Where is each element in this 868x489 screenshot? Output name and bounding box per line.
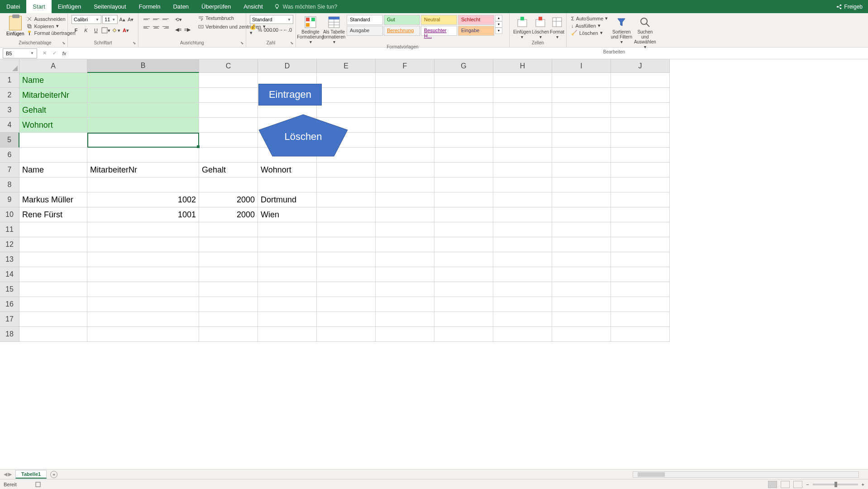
bold-button[interactable]: F: [72, 26, 81, 35]
cell[interactable]: [87, 177, 199, 192]
cell[interactable]: [317, 163, 376, 177]
zoom-slider[interactable]: [813, 484, 858, 485]
cell[interactable]: [19, 177, 87, 192]
cell[interactable]: [87, 312, 199, 327]
cell[interactable]: [87, 88, 199, 103]
find-select-button[interactable]: Suchen und Auswählen▾: [634, 15, 656, 49]
cell[interactable]: [317, 88, 376, 103]
cell[interactable]: [199, 312, 258, 327]
decrease-indent-button[interactable]: ◀≡: [174, 25, 183, 34]
cell[interactable]: [199, 148, 258, 163]
cell[interactable]: [552, 222, 611, 237]
cell[interactable]: [19, 267, 87, 282]
cell[interactable]: [317, 237, 376, 252]
row-header[interactable]: 10: [0, 207, 19, 222]
cell[interactable]: [611, 88, 670, 103]
cell[interactable]: [199, 297, 258, 312]
font-color-button[interactable]: A▾: [121, 26, 130, 35]
cell[interactable]: [434, 118, 493, 133]
spreadsheet-grid[interactable]: ABCDEFGHIJ 123456789101112131415161718 N…: [0, 59, 868, 469]
cell[interactable]: [611, 118, 670, 133]
cell[interactable]: [199, 133, 258, 148]
cell[interactable]: [87, 222, 199, 237]
decrease-decimal-button[interactable]: ←.0: [283, 25, 292, 34]
cell[interactable]: [552, 163, 611, 177]
cell[interactable]: [552, 192, 611, 207]
autosum-button[interactable]: Σ AutoSumme ▾: [570, 15, 609, 22]
row-header[interactable]: 13: [0, 252, 19, 267]
cell[interactable]: [493, 103, 552, 118]
font-name-combo[interactable]: Calibri▼: [72, 15, 101, 24]
cell[interactable]: [493, 327, 552, 342]
cell[interactable]: [434, 73, 493, 88]
page-layout-view-button[interactable]: [781, 481, 790, 488]
row-header[interactable]: 3: [0, 103, 19, 118]
cell[interactable]: [258, 252, 317, 267]
row-header[interactable]: 8: [0, 177, 19, 192]
cell[interactable]: [552, 252, 611, 267]
cell[interactable]: [434, 297, 493, 312]
cell[interactable]: [552, 73, 611, 88]
cell[interactable]: 1002: [87, 192, 199, 207]
cell[interactable]: [434, 312, 493, 327]
sheet-nav-next[interactable]: ▶: [8, 471, 12, 477]
cell[interactable]: [19, 148, 87, 163]
cell[interactable]: [493, 222, 552, 237]
cell[interactable]: [552, 148, 611, 163]
underline-button[interactable]: U: [91, 26, 100, 35]
delete-cells-button[interactable]: Löschen▾: [532, 15, 549, 39]
cell[interactable]: [493, 297, 552, 312]
cell[interactable]: [493, 252, 552, 267]
cell[interactable]: [611, 222, 670, 237]
column-header[interactable]: C: [199, 59, 258, 73]
dialog-launcher-icon[interactable]: ⬊: [239, 41, 245, 46]
cell[interactable]: [552, 118, 611, 133]
cell[interactable]: [317, 327, 376, 342]
row-header[interactable]: 7: [0, 163, 19, 177]
column-header[interactable]: D: [258, 59, 317, 73]
column-header[interactable]: E: [317, 59, 376, 73]
cancel-button[interactable]: ✕: [40, 49, 49, 58]
insert-cells-button[interactable]: Einfügen▾: [513, 15, 531, 39]
row-header[interactable]: 14: [0, 267, 19, 282]
cell[interactable]: [258, 237, 317, 252]
file-tab[interactable]: Datei: [0, 0, 26, 13]
grow-font-button[interactable]: A▴: [119, 15, 126, 24]
align-middle-button[interactable]: [152, 15, 161, 23]
font-size-combo[interactable]: 11▼: [102, 15, 118, 24]
cell[interactable]: [87, 327, 199, 342]
cell[interactable]: [376, 88, 434, 103]
align-bottom-button[interactable]: [161, 15, 170, 23]
select-all-corner[interactable]: [0, 59, 19, 73]
row-header[interactable]: 16: [0, 297, 19, 312]
cell[interactable]: [611, 103, 670, 118]
page-break-view-button[interactable]: [793, 481, 802, 488]
cell[interactable]: Rene Fürst: [19, 207, 87, 222]
cell[interactable]: [376, 237, 434, 252]
cell[interactable]: [87, 252, 199, 267]
cell[interactable]: Name: [19, 163, 87, 177]
cell[interactable]: [434, 207, 493, 222]
cell[interactable]: [611, 312, 670, 327]
format-cells-button[interactable]: Format▾: [550, 15, 564, 39]
cell[interactable]: [434, 103, 493, 118]
cell[interactable]: [19, 237, 87, 252]
cell[interactable]: 2000: [199, 192, 258, 207]
cell[interactable]: [317, 177, 376, 192]
cell[interactable]: [434, 237, 493, 252]
cell-style-option[interactable]: Gut: [384, 15, 420, 25]
zoom-out-button[interactable]: −: [806, 482, 809, 487]
cell[interactable]: [87, 297, 199, 312]
paste-button[interactable]: Einfügen: [6, 15, 24, 36]
number-format-combo[interactable]: Standard▼: [250, 15, 293, 24]
fill-button[interactable]: ↓ Ausfüllen ▾: [570, 22, 609, 29]
cell[interactable]: [552, 207, 611, 222]
ribbon-tab-einfügen[interactable]: Einfügen: [52, 0, 87, 13]
row-header[interactable]: 18: [0, 327, 19, 342]
cell[interactable]: [317, 192, 376, 207]
cell[interactable]: [376, 297, 434, 312]
cell[interactable]: [376, 73, 434, 88]
cell[interactable]: 2000: [199, 207, 258, 222]
zoom-in-button[interactable]: +: [862, 482, 864, 487]
shape-loeschen-button[interactable]: Löschen: [257, 114, 349, 158]
